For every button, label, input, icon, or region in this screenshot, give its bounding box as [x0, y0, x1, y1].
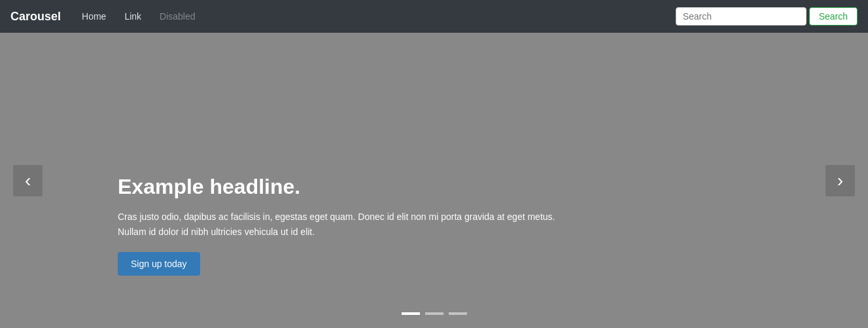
carousel-indicator-0[interactable] — [402, 312, 420, 315]
search-input[interactable] — [676, 7, 807, 26]
search-button[interactable]: Search — [809, 7, 858, 26]
nav-link-home[interactable]: Home — [74, 6, 114, 27]
carousel-slide-0: Example headline. Cras justo odio, dapib… — [0, 33, 868, 328]
navbar-nav: Home Link Disabled — [74, 6, 676, 27]
nav-item-link: Link — [116, 6, 149, 27]
navbar-brand[interactable]: Carousel — [10, 10, 61, 24]
nav-link-link[interactable]: Link — [116, 6, 149, 27]
nav-link-disabled: Disabled — [152, 6, 203, 27]
carousel-indicators — [402, 312, 467, 315]
nav-item-disabled: Disabled — [152, 6, 203, 27]
navbar-search-form: Search — [676, 7, 858, 26]
carousel-text: Cras justo odio, dapibus ac facilisis in… — [118, 210, 576, 239]
carousel-cta-button[interactable]: Sign up today — [118, 252, 200, 276]
carousel-inner: Example headline. Cras justo odio, dapib… — [0, 33, 868, 328]
navbar: Carousel Home Link Disabled Search — [0, 0, 868, 33]
carousel: Example headline. Cras justo odio, dapib… — [0, 33, 868, 328]
carousel-next-button[interactable]: › — [825, 165, 855, 196]
carousel-prev-button[interactable]: ‹ — [13, 165, 43, 196]
carousel-indicator-2[interactable] — [449, 312, 467, 315]
nav-item-home: Home — [74, 6, 114, 27]
carousel-indicator-1[interactable] — [425, 312, 443, 315]
carousel-headline: Example headline. — [118, 175, 750, 199]
